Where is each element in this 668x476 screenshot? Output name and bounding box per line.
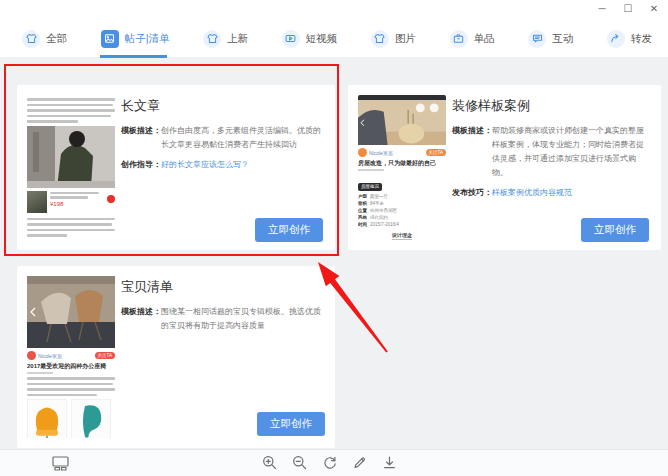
field-key: 户型	[358, 193, 367, 200]
author-row: Nicole家居 关注TA	[358, 148, 446, 157]
tab-label: 互动	[552, 32, 573, 46]
template-title: 长文章	[121, 97, 323, 115]
tab-post-list[interactable]: 帖子|清单	[101, 20, 170, 58]
briefcase-icon	[450, 30, 468, 48]
house-overview-tag: 房屋概况	[358, 183, 382, 191]
field-value: 两室一厅	[370, 193, 388, 200]
download-icon[interactable]	[382, 455, 397, 470]
teal-chair-image	[71, 399, 111, 438]
template-card-item-list: Nicole家居 关注TA 2017最受欢迎的四种办公座椅	[17, 266, 335, 448]
desc-text: 围绕某一相同话题的宝贝专辑模板。挑选优质的宝贝将有助于提高内容质量	[161, 305, 323, 333]
bottom-toolbar	[0, 449, 668, 476]
tips-link[interactable]: 样板案例优质内容规范	[492, 186, 572, 200]
chat-icon	[528, 30, 546, 48]
field-key: 面积	[358, 200, 367, 207]
tab-picture[interactable]: 图片	[371, 20, 416, 58]
field-value: 现代简约	[370, 214, 388, 221]
tab-label: 帖子|清单	[125, 32, 170, 46]
edit-icon[interactable]	[352, 455, 367, 470]
create-now-button[interactable]: 立即创作	[581, 218, 649, 242]
tips-label: 发布技巧：	[452, 186, 492, 200]
desc-label: 模板描述：	[121, 305, 161, 333]
tab-forward[interactable]: 转发	[607, 20, 652, 58]
template-title: 宝贝清单	[121, 278, 323, 296]
field-value: 84平米	[370, 200, 384, 207]
minimize-button[interactable]: ─	[596, 3, 608, 15]
desc-label: 模板描述：	[452, 124, 492, 180]
buy-dot-icon	[107, 195, 115, 203]
field-key: 风格	[358, 214, 367, 221]
orange-chair-image	[27, 399, 67, 438]
post-image-icon	[101, 30, 119, 48]
guide-label: 创作指导：	[121, 158, 161, 172]
avatar	[358, 148, 367, 157]
tab-short-video[interactable]: 短视频	[282, 20, 338, 58]
create-now-button[interactable]: 立即创作	[257, 412, 325, 436]
tab-all[interactable]: 全部	[22, 20, 67, 58]
zoom-in-icon[interactable]	[262, 455, 277, 470]
guide-link[interactable]: 好的长文章应该怎么写？	[161, 158, 249, 172]
tab-bar: 全部 帖子|清单 上新 短视频 图片 单品 互动 转发	[0, 20, 668, 58]
app-window: ─ ☐ ✕ 全部 帖子|清单 上新 短视频 图片 单品	[0, 0, 668, 476]
workspace-icon[interactable]	[52, 455, 69, 471]
title-bar: ─ ☐ ✕	[0, 0, 668, 20]
desc-label: 模板描述：	[121, 124, 161, 152]
follow-button: 关注TA	[95, 352, 115, 359]
window-controls: ─ ☐ ✕	[596, 3, 660, 15]
desc-text: 帮助装修商家或设计师创建一个真实的整屋样板案例，体现专业能力；同时给消费者提供灵…	[492, 124, 649, 180]
tab-label: 上新	[227, 32, 248, 46]
author-name: Nicole家居	[38, 353, 93, 359]
tab-label: 图片	[395, 32, 416, 46]
desc-text: 创作自由度高，多元素组件灵活编辑。优质的长文章更容易黏住消费者产生持续回访	[161, 124, 323, 152]
zoom-out-icon[interactable]	[292, 455, 307, 470]
template-card-long-article: ¥198 长文章 模板描述： 创作自由度高，多元素组件灵活编辑。优质的长文章更容…	[17, 85, 335, 250]
product-price: ¥198	[50, 201, 104, 208]
fashion-photo	[27, 126, 115, 188]
thumb-caption: 2017最受欢迎的四种办公座椅	[27, 362, 115, 370]
template-grid: ¥198 长文章 模板描述： 创作自由度高，多元素组件灵活编辑。优质的长文章更容…	[0, 58, 668, 450]
field-value: 2015/7-2016/4	[370, 221, 399, 228]
tab-label: 转发	[631, 32, 652, 46]
room-photo	[358, 100, 446, 145]
video-icon	[282, 30, 300, 48]
tab-new-arrival[interactable]: 上新	[203, 20, 248, 58]
product-row: ¥198	[27, 191, 115, 215]
template-thumbnail: Nicole家居 关注TA 2017最受欢迎的四种办公座椅	[27, 276, 115, 438]
tshirt-icon	[203, 30, 221, 48]
tab-single-item[interactable]: 单品	[450, 20, 495, 58]
chairs-photo	[27, 276, 115, 348]
close-button[interactable]: ✕	[648, 3, 660, 15]
template-thumbnail: ¥198	[27, 95, 115, 240]
tab-label: 单品	[474, 32, 495, 46]
avatar	[27, 351, 36, 360]
thumb-caption: 房屋改造，只为做最好的自己	[358, 159, 446, 167]
tshirt-icon	[371, 30, 389, 48]
design-concept-heading: 设计理念	[358, 232, 446, 238]
template-thumbnail: Nicole家居 关注TA 房屋改造，只为做最好的自己 房屋概况 户型两室一厅 …	[358, 95, 446, 240]
author-row: Nicole家居 关注TA	[27, 351, 115, 360]
follow-button: 关注TA	[426, 149, 446, 156]
share-icon	[607, 30, 625, 48]
template-card-decor-sample: Nicole家居 关注TA 房屋改造，只为做最好的自己 房屋概况 户型两室一厅 …	[348, 85, 661, 250]
maximize-button[interactable]: ☐	[622, 3, 634, 15]
template-title: 装修样板案例	[452, 97, 649, 115]
field-key: 时间	[358, 221, 367, 228]
rotate-icon[interactable]	[322, 455, 337, 470]
tab-interaction[interactable]: 互动	[528, 20, 573, 58]
author-name: Nicole家居	[369, 150, 424, 156]
tshirt-icon	[22, 30, 40, 48]
field-key: 位置	[358, 207, 367, 214]
create-now-button[interactable]: 立即创作	[255, 218, 323, 242]
product-image	[27, 191, 47, 213]
tab-label: 全部	[46, 32, 67, 46]
field-value: 杭州市西湖区	[370, 207, 397, 214]
tab-label: 短视频	[306, 32, 338, 46]
